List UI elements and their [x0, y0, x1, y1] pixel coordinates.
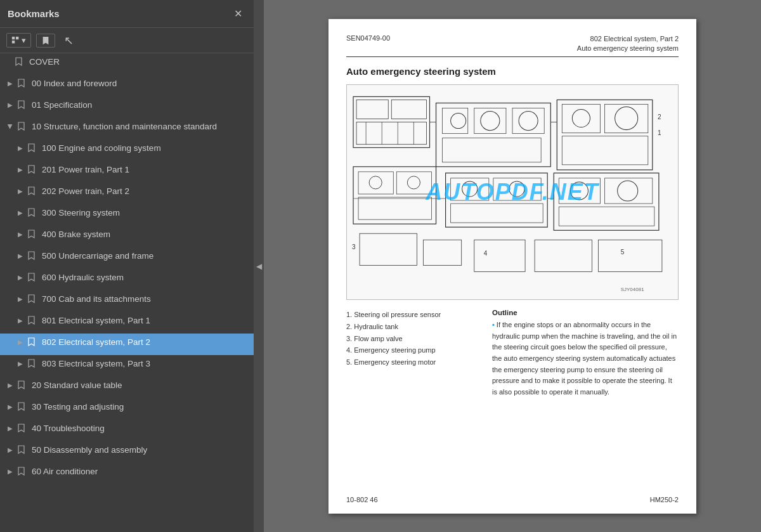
bookmark-label: 700 Cab and its attachments — [42, 294, 249, 306]
bookmark-item-400-brake[interactable]: ▶ 400 Brake system — [0, 226, 254, 247]
expand-arrow: ▶ — [5, 101, 15, 108]
page-header-title: 802 Electrical system, Part 2 Auto emerg… — [577, 34, 679, 54]
svg-text:3: 3 — [352, 244, 356, 251]
svg-text:1: 1 — [658, 129, 661, 136]
expand-arrow: ▶ — [5, 446, 15, 453]
expand-arrow: ▶ — [5, 468, 15, 475]
bookmark-icon — [28, 337, 38, 348]
bookmark-label: 802 Electrical system, Part 2 — [42, 337, 249, 349]
svg-rect-36 — [451, 204, 543, 223]
dropdown-arrow: ▾ — [22, 36, 26, 45]
bookmark-item-20-standard[interactable]: ▶ 20 Standard value table — [0, 377, 254, 398]
expand-arrow: ▶ — [15, 252, 25, 259]
svg-rect-0 — [12, 36, 15, 39]
expand-arrow: ▶ — [7, 122, 14, 132]
bookmark-icon — [28, 230, 38, 240]
bookmark-item-10-structure[interactable]: ▶ 10 Structure, function and maintenance… — [0, 118, 254, 139]
svg-point-44 — [618, 181, 638, 201]
outline-body: If the engine stops or an abnormality oc… — [492, 321, 677, 396]
expand-arrow: ▶ — [15, 188, 25, 195]
bookmark-icon — [28, 294, 38, 305]
svg-rect-22 — [562, 136, 648, 165]
bookmark-item-801-elec1[interactable]: ▶ 801 Electrical system, Part 1 — [0, 312, 254, 334]
bookmark-item-700-cab[interactable]: ▶ 700 Cab and its attachments — [0, 290, 254, 312]
bookmark-icon — [18, 467, 28, 477]
bookmark-item-802-elec2[interactable]: ▶ 802 Electrical system, Part 2 — [0, 334, 254, 355]
svg-rect-28 — [358, 172, 393, 194]
cursor-indicator: ↖ — [64, 34, 74, 48]
bookmark-item-40-troubleshooting[interactable]: ▶ 40 Troubleshooting — [0, 420, 254, 441]
page-area: SEN04749-00 802 Electrical system, Part … — [264, 0, 761, 532]
svg-rect-20 — [562, 105, 600, 133]
outline-text: •If the engine stops or an abnormality o… — [492, 320, 679, 398]
page-header: SEN04749-00 802 Electrical system, Part … — [346, 34, 679, 58]
page-footer: 10-802 46 HM250-2 — [346, 496, 679, 503]
outline-title: Outline — [492, 309, 679, 316]
section-title: Auto emergency steering system — [346, 66, 679, 77]
bookmark-label: 50 Disassembly and assembly — [32, 444, 249, 457]
bookmark-label: 500 Undercarriage and frame — [42, 250, 249, 263]
expand-arrow: ▶ — [15, 166, 25, 173]
bookmark-label: 201 Power train, Part 1 — [42, 164, 249, 176]
bookmark-item-803-elec3[interactable]: ▶ 803 Electrical system, Part 3 — [0, 355, 254, 377]
expand-arrow: ▶ — [5, 425, 15, 432]
bookmark-view-button[interactable] — [36, 34, 55, 48]
bookmark-icon — [18, 445, 28, 456]
bookmark-icon — [15, 57, 25, 68]
bookmark-label: 60 Air conditioner — [32, 466, 249, 478]
bookmark-item-01-spec[interactable]: ▶ 01 Specification — [0, 96, 254, 118]
bookmark-item-500-undercarriage[interactable]: ▶ 500 Undercarriage and frame — [0, 247, 254, 269]
bookmark-icon — [28, 143, 38, 154]
bookmark-item-100-engine[interactable]: ▶ 100 Engine and cooling system — [0, 139, 254, 161]
svg-rect-2 — [12, 41, 15, 43]
bookmark-item-201-power1[interactable]: ▶ 201 Power train, Part 1 — [0, 161, 254, 183]
bookmark-icon — [28, 165, 38, 176]
parts-entries: 1. Steering oil pressure sensor2. Hydrau… — [346, 309, 479, 368]
svg-rect-21 — [605, 105, 648, 133]
bookmark-icon — [18, 100, 28, 111]
svg-text:5: 5 — [621, 249, 625, 256]
close-button[interactable]: ✕ — [230, 6, 246, 21]
part-entry: 1. Steering oil pressure sensor — [346, 309, 479, 321]
outline-bullet: • — [492, 321, 495, 328]
svg-rect-12 — [443, 108, 468, 134]
svg-text:4: 4 — [484, 250, 488, 257]
bookmark-icon — [28, 273, 38, 283]
view-options-button[interactable]: ▾ — [6, 33, 31, 48]
expand-arrow: ▶ — [15, 231, 25, 238]
expand-arrow: ▶ — [15, 145, 25, 152]
bookmark-icon — [28, 316, 38, 327]
expand-arrow: ▶ — [15, 274, 25, 281]
svg-rect-30 — [358, 197, 431, 219]
part-entry: 5. Emergency steering motor — [346, 356, 479, 368]
bookmark-item-cover[interactable]: COVER — [0, 53, 254, 75]
parts-column: 1. Steering oil pressure sensor2. Hydrau… — [346, 309, 479, 398]
collapse-sidebar-tab[interactable]: ◀ — [254, 0, 264, 532]
part-entry: 2. Hydraulic tank — [346, 321, 479, 333]
sidebar-content[interactable]: COVER▶ 00 Index and foreword▶ 01 Specifi… — [0, 53, 254, 532]
bookmark-label: 40 Troubleshooting — [32, 423, 249, 435]
bookmark-item-30-testing[interactable]: ▶ 30 Testing and adjusting — [0, 398, 254, 420]
expand-arrow: ▶ — [15, 317, 25, 324]
svg-point-18 — [519, 112, 538, 131]
bookmark-item-300-steering[interactable]: ▶ 300 Steering system — [0, 204, 254, 226]
part-entry: 3. Flow amp valve — [346, 333, 479, 345]
bookmark-label: 600 Hydraulic system — [42, 272, 249, 284]
bookmark-item-60-air[interactable]: ▶ 60 Air conditioner — [0, 463, 254, 484]
bookmark-item-00-index[interactable]: ▶ 00 Index and foreword — [0, 75, 254, 96]
svg-rect-53 — [360, 234, 417, 266]
bookmark-item-202-power2[interactable]: ▶ 202 Power train, Part 2 — [0, 183, 254, 204]
svg-rect-55 — [474, 240, 525, 272]
bookmark-item-600-hydraulic[interactable]: ▶ 600 Hydraulic system — [0, 269, 254, 290]
svg-rect-6 — [356, 122, 426, 145]
bookmark-label: 20 Standard value table — [32, 380, 249, 392]
svg-point-31 — [369, 176, 382, 189]
sidebar: Bookmarks ✕ ▾ ↖ COVER▶ 00 Index and fore… — [0, 0, 254, 532]
bookmark-label: 803 Electrical system, Part 3 — [42, 358, 249, 370]
bookmark-icon — [18, 402, 28, 413]
svg-rect-14 — [512, 108, 544, 134]
bookmark-item-50-disassembly[interactable]: ▶ 50 Disassembly and assembly — [0, 441, 254, 463]
bookmark-icon — [28, 359, 38, 370]
svg-text:SJY04081: SJY04081 — [621, 287, 645, 292]
bookmark-label: 801 Electrical system, Part 1 — [42, 315, 249, 327]
